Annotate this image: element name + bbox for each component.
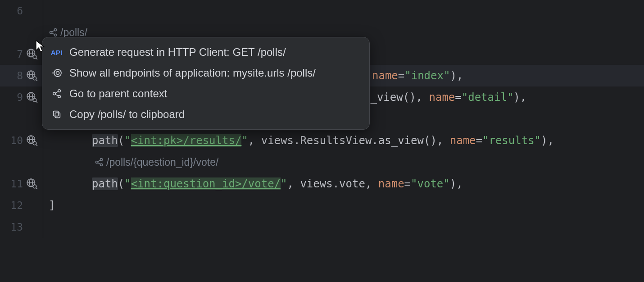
- gutter-icon-slot[interactable]: [25, 70, 43, 82]
- target-icon: [50, 67, 63, 79]
- code-token: ": [281, 177, 287, 190]
- code-token: "index": [404, 69, 450, 82]
- code-token: name: [429, 91, 455, 104]
- menu-item-copy-url[interactable]: Copy /polls/ to clipboard: [42, 104, 369, 125]
- editor-line[interactable]: 11 path("<int:question_id>/vote/", views…: [0, 173, 644, 195]
- globe-search-icon[interactable]: [26, 135, 38, 146]
- code-token: <int:pk>/results/: [131, 134, 242, 147]
- svg-point-1: [50, 32, 52, 34]
- line-number: 12: [0, 200, 25, 211]
- line-number: 9: [0, 91, 25, 103]
- svg-point-0: [54, 29, 57, 31]
- share-icon: [50, 87, 63, 100]
- line-number: 13: [0, 221, 25, 233]
- svg-line-14: [36, 80, 37, 81]
- code-token: ]: [49, 199, 55, 212]
- line-number: 6: [0, 5, 25, 17]
- code-token: ),: [541, 134, 554, 147]
- editor-line-inlay[interactable]: /polls/{question_id}/vote/: [0, 151, 644, 173]
- code-token: path: [92, 134, 118, 147]
- menu-item-label: Go to parent context: [69, 87, 167, 100]
- svg-point-45: [58, 96, 61, 98]
- code-token: (: [118, 177, 124, 190]
- copy-icon: [50, 108, 63, 121]
- code-token: ),: [450, 69, 463, 82]
- code-token: =: [398, 69, 404, 82]
- code-cell[interactable]: ]: [43, 199, 55, 212]
- line-number: 11: [0, 178, 25, 190]
- code-token: "results": [482, 134, 541, 147]
- svg-point-44: [53, 92, 56, 95]
- context-menu[interactable]: API Generate request in HTTP Client: GET…: [42, 37, 370, 130]
- svg-point-43: [58, 90, 61, 92]
- code-token: =: [476, 134, 482, 147]
- globe-search-icon[interactable]: [26, 48, 38, 60]
- globe-search-icon[interactable]: [26, 178, 38, 190]
- gutter-icon-slot[interactable]: [25, 48, 43, 60]
- svg-point-13: [33, 77, 36, 80]
- svg-rect-48: [55, 113, 60, 118]
- svg-line-39: [36, 188, 37, 189]
- gutter-separator: [43, 216, 43, 238]
- code-token: path: [92, 177, 118, 190]
- gutter-icon-slot[interactable]: [25, 135, 43, 146]
- svg-line-19: [36, 101, 37, 103]
- svg-point-2: [54, 34, 57, 36]
- menu-item-parent-context[interactable]: Go to parent context: [42, 83, 369, 104]
- code-token: "vote": [411, 177, 450, 190]
- code-token: ),: [450, 177, 463, 190]
- code-token: s_view(),: [364, 91, 429, 104]
- gutter-separator: [43, 0, 43, 22]
- api-icon: API: [50, 46, 63, 59]
- globe-search-icon[interactable]: [26, 91, 38, 103]
- share-icon: [49, 28, 58, 37]
- menu-item-generate-request[interactable]: API Generate request in HTTP Client: GET…: [42, 42, 369, 63]
- svg-point-18: [33, 98, 36, 102]
- svg-line-4: [52, 33, 54, 34]
- svg-line-29: [36, 145, 37, 146]
- gutter-icon-slot[interactable]: [25, 91, 43, 103]
- inlay-hint[interactable]: /polls/{question_id}/vote/: [43, 156, 218, 168]
- gutter-icon-slot[interactable]: [25, 178, 43, 190]
- menu-item-label: Show all endpoints of application: mysit…: [69, 67, 316, 79]
- code-token: name: [372, 69, 398, 82]
- globe-search-icon[interactable]: [26, 70, 38, 82]
- svg-line-9: [36, 58, 37, 59]
- line-number: 10: [0, 135, 25, 146]
- svg-line-46: [55, 91, 58, 93]
- svg-point-8: [33, 55, 36, 59]
- editor-line[interactable]: 12 ]: [0, 195, 644, 216]
- code-token: "detail": [462, 91, 514, 104]
- code-token: name: [378, 177, 404, 190]
- svg-line-33: [98, 160, 100, 161]
- code-cell[interactable]: path("<int:pk>/results/", views.ResultsV…: [43, 134, 554, 147]
- code-cell[interactable]: path("<int:question_id>/vote/", views.vo…: [43, 177, 463, 190]
- menu-item-show-endpoints[interactable]: Show all endpoints of application: mysit…: [42, 63, 369, 83]
- svg-point-32: [100, 164, 103, 166]
- code-token: ": [124, 177, 131, 190]
- code-token: ": [241, 134, 248, 147]
- svg-point-31: [96, 161, 98, 164]
- editor-line[interactable]: 6: [0, 0, 644, 22]
- menu-item-label: Generate request in HTTP Client: GET /po…: [69, 46, 286, 59]
- svg-rect-49: [54, 111, 59, 116]
- line-number: 7: [0, 48, 25, 60]
- inlay-text: /polls/{question_id}/vote/: [106, 156, 218, 168]
- svg-line-34: [98, 163, 100, 164]
- svg-point-41: [56, 72, 59, 75]
- svg-line-47: [55, 94, 58, 96]
- share-icon: [95, 158, 104, 167]
- code-token: , views.vote,: [287, 177, 378, 190]
- code-token: ": [124, 134, 131, 147]
- svg-point-30: [100, 159, 103, 161]
- svg-line-3: [52, 30, 54, 32]
- editor-line[interactable]: 10 path("<int:pk>/results/", views.Resul…: [0, 130, 644, 151]
- svg-point-38: [33, 185, 36, 188]
- svg-point-40: [54, 69, 61, 77]
- code-token: <int:question_id>/vote/: [131, 177, 281, 190]
- code-token: name: [450, 134, 476, 147]
- code-token: (: [118, 134, 124, 147]
- code-token: , views.ResultsView.as_view(),: [248, 134, 450, 147]
- code-token: =: [404, 177, 411, 190]
- editor-line[interactable]: 13: [0, 216, 644, 238]
